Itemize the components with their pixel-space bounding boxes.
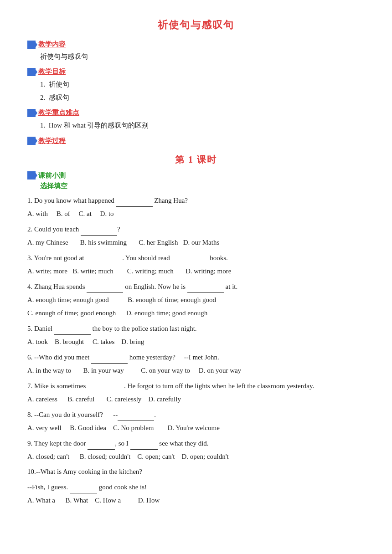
section-teaching-key-header: 教学重点难点 [27,108,365,117]
question-2: 2. Could you teach ? [27,223,365,236]
question-4: 4. Zhang Hua spends on English. Now he i… [27,280,365,293]
options-4b: C. enough of time; good enough D. enough… [27,307,365,319]
section-teaching-goals-header: 教学目标 [27,67,365,76]
options-4a: A. enough time; enough good B. enough of… [27,294,365,306]
page-title: 祈使句与感叹句 [27,18,365,32]
subsection-label: 课前小测 [38,171,66,180]
options-2: A. my Chinese B. his swimming C. her Eng… [27,236,365,249]
section-content-1: 祈使句与感叹句 [40,51,365,63]
question-10a: 10.--What is Amy cooking in the kitchen? [27,466,365,478]
goals-item-1: 1. 祈使句 [40,78,365,91]
options-10: A. What a B. What C. How a D. How [27,494,365,507]
question-3: 3. You're not good at . You should read … [27,251,365,264]
section-label-2: 教学目标 [38,67,66,76]
options-6: A. in the way to B. in your way C. on yo… [27,364,365,377]
options-9: A. closed; can't B. closed; couldn't C. … [27,451,365,463]
options-3: A. write; more B. write; much C. writing… [27,265,365,277]
section-label-1: 教学内容 [38,40,66,49]
options-1: A. with B. of C. at D. to [27,208,365,220]
section-icon-2 [27,68,36,76]
question-1: 1. Do you know what happened Zhang Hua? [27,194,365,207]
question-10b: --Fish, I guess. good cook she is! [27,481,365,493]
section-teaching-content-header: 教学内容 [27,40,365,49]
subsection-header: 课前小测 [27,171,365,180]
exercise-title: 选择填空 [40,182,365,190]
options-8: A. very well B. Good idea C. No problem … [27,422,365,434]
key-item-1: 1. How 和 what 引导的感叹句的区别 [40,119,365,132]
question-5: 5. Daniel the boy to the police station … [27,322,365,335]
question-8: 8. --Can you do it yourself? -- . [27,408,365,421]
options-7: A. careless B. careful C. carelessly D. … [27,393,365,405]
section-label-4: 教学过程 [38,137,66,145]
question-9: 9. They kept the door , so I see what th… [27,437,365,450]
goals-item-2: 2. 感叹句 [40,91,365,104]
section-icon-3 [27,109,36,117]
question-6: 6. --Who did you meet home yesterday? --… [27,351,365,364]
lesson-title: 第 1 课时 [27,154,365,166]
section-label-3: 教学重点难点 [38,108,79,117]
section-icon-4 [27,137,36,145]
options-5: A. took B. brought C. takes D. bring [27,336,365,348]
section-icon-1 [27,41,36,49]
section-icon-5 [27,171,36,180]
question-7: 7. Mike is sometimes . He forgot to turn… [27,380,365,392]
section-teaching-process-header: 教学过程 [27,137,365,145]
